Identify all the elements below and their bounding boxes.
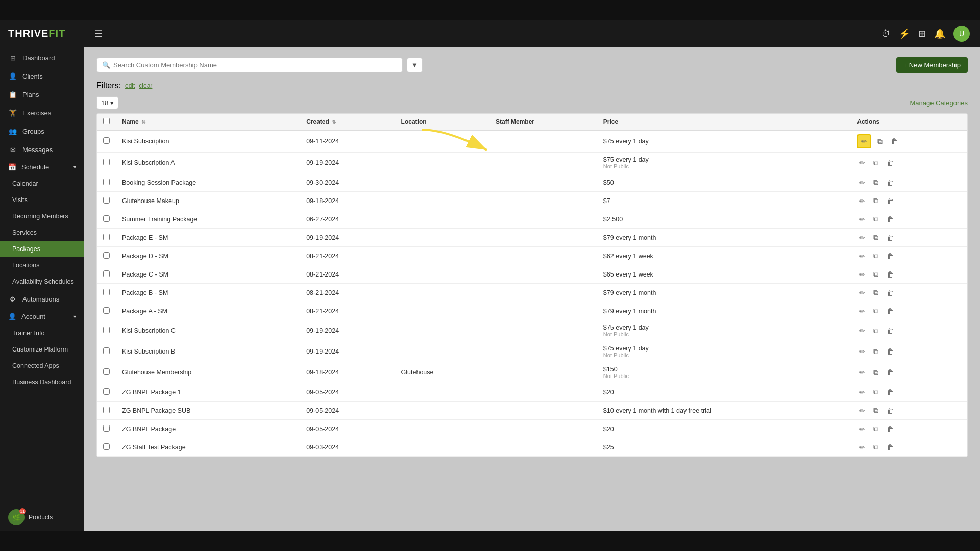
edit-button[interactable]: ✏: [857, 288, 867, 298]
delete-button[interactable]: 🗑: [885, 251, 896, 261]
clear-filter-link[interactable]: clear: [139, 82, 152, 89]
sidebar-item-exercises[interactable]: 🏋 Exercises: [0, 104, 84, 122]
edit-button[interactable]: ✏: [857, 442, 867, 453]
row-checkbox[interactable]: [103, 252, 110, 259]
edit-button[interactable]: ✏: [857, 367, 867, 378]
sidebar-item-messages[interactable]: ✉ Messages: [0, 140, 84, 159]
user-badge[interactable]: 🌿 11 Products: [8, 509, 76, 525]
delete-button[interactable]: 🗑: [885, 442, 896, 453]
delete-button[interactable]: 🗑: [885, 387, 896, 397]
delete-button[interactable]: 🗑: [889, 136, 900, 146]
delete-button[interactable]: 🗑: [885, 424, 896, 434]
delete-button[interactable]: 🗑: [885, 325, 896, 336]
bell-icon[interactable]: 🔔: [934, 28, 945, 39]
sidebar-item-business-dashboard[interactable]: Business Dashboard: [0, 374, 84, 390]
sidebar-item-schedule[interactable]: 📅 Schedule ▾: [0, 159, 84, 176]
edit-button[interactable]: ✏: [857, 387, 867, 397]
delete-button[interactable]: 🗑: [885, 196, 896, 206]
row-checkbox[interactable]: [103, 179, 110, 185]
filter-button[interactable]: ▼: [407, 58, 423, 72]
row-checkbox[interactable]: [103, 159, 110, 165]
sidebar-item-dashboard[interactable]: ⊞ Dashboard: [0, 48, 84, 67]
delete-button[interactable]: 🗑: [885, 288, 896, 298]
row-checkbox[interactable]: [103, 347, 110, 354]
search-input[interactable]: [113, 61, 397, 69]
edit-filter-link[interactable]: edit: [125, 82, 135, 89]
row-checkbox[interactable]: [103, 215, 110, 222]
row-checkbox[interactable]: [103, 368, 110, 375]
edit-button[interactable]: ✏: [857, 178, 867, 188]
delete-button[interactable]: 🗑: [885, 269, 896, 280]
row-checkbox[interactable]: [103, 425, 110, 432]
grid-icon[interactable]: ⊞: [918, 28, 926, 39]
edit-button[interactable]: ✏: [857, 306, 867, 316]
edit-button[interactable]: ✏: [857, 424, 867, 434]
edit-button[interactable]: ✏: [857, 196, 867, 206]
sidebar-item-clients[interactable]: 👤 Clients: [0, 67, 84, 85]
created-sort-icon[interactable]: ⇅: [332, 119, 336, 125]
sidebar-item-packages[interactable]: Packages: [0, 241, 84, 257]
sidebar-item-automations[interactable]: ⚙ Automations: [0, 290, 84, 308]
edit-button[interactable]: ✏: [857, 346, 867, 357]
edit-button[interactable]: ✏: [857, 134, 871, 148]
row-checkbox[interactable]: [103, 270, 110, 277]
row-checkbox[interactable]: [103, 307, 110, 314]
row-checkbox[interactable]: [103, 407, 110, 413]
lightning-icon[interactable]: ⚡: [899, 28, 910, 39]
copy-button[interactable]: ⧉: [871, 325, 880, 336]
delete-button[interactable]: 🗑: [885, 306, 896, 316]
copy-button[interactable]: ⧉: [871, 405, 880, 416]
copy-button[interactable]: ⧉: [871, 387, 880, 397]
delete-button[interactable]: 🗑: [885, 406, 896, 416]
copy-button[interactable]: ⧉: [871, 442, 880, 453]
edit-button[interactable]: ✏: [857, 406, 867, 416]
sidebar-item-customize[interactable]: Customize Platform: [0, 341, 84, 358]
row-count-selector[interactable]: 18 ▾: [96, 96, 118, 109]
delete-button[interactable]: 🗑: [885, 214, 896, 224]
copy-button[interactable]: ⧉: [871, 195, 880, 206]
delete-button[interactable]: 🗑: [885, 233, 896, 243]
copy-button[interactable]: ⧉: [871, 251, 880, 261]
edit-button[interactable]: ✏: [857, 233, 867, 243]
new-membership-button[interactable]: + New Membership: [896, 57, 968, 73]
sidebar-item-recurring-members[interactable]: Recurring Members: [0, 208, 84, 224]
timer-icon[interactable]: ⏱: [881, 29, 891, 39]
hamburger-icon[interactable]: ☰: [94, 28, 103, 39]
row-checkbox[interactable]: [103, 327, 110, 333]
row-checkbox[interactable]: [103, 289, 110, 295]
sidebar-item-visits[interactable]: Visits: [0, 192, 84, 208]
copy-button[interactable]: ⧉: [871, 269, 880, 280]
manage-categories-link[interactable]: Manage Categories: [910, 99, 968, 107]
sidebar-item-trainer-info[interactable]: Trainer Info: [0, 325, 84, 341]
row-checkbox[interactable]: [103, 234, 110, 240]
row-checkbox[interactable]: [103, 443, 110, 450]
sidebar-item-plans[interactable]: 📋 Plans: [0, 85, 84, 104]
delete-button[interactable]: 🗑: [885, 158, 896, 168]
sidebar-item-groups[interactable]: 👥 Groups: [0, 122, 84, 140]
copy-button[interactable]: ⧉: [871, 158, 880, 168]
delete-button[interactable]: 🗑: [885, 346, 896, 357]
edit-button[interactable]: ✏: [857, 158, 867, 168]
edit-button[interactable]: ✏: [857, 269, 867, 280]
copy-button[interactable]: ⧉: [871, 423, 880, 434]
sidebar-item-availability[interactable]: Availability Schedules: [0, 273, 84, 290]
name-sort-icon[interactable]: ⇅: [141, 119, 145, 125]
delete-button[interactable]: 🗑: [885, 367, 896, 378]
copy-button[interactable]: ⧉: [871, 214, 880, 224]
copy-button[interactable]: ⧉: [875, 136, 885, 147]
sidebar-item-connected-apps[interactable]: Connected Apps: [0, 358, 84, 374]
sidebar-item-locations[interactable]: Locations: [0, 257, 84, 273]
copy-button[interactable]: ⧉: [871, 287, 880, 298]
row-checkbox[interactable]: [103, 388, 110, 395]
copy-button[interactable]: ⧉: [871, 306, 880, 316]
sidebar-item-calendar[interactable]: Calendar: [0, 176, 84, 192]
row-checkbox[interactable]: [103, 197, 110, 204]
user-avatar[interactable]: U: [953, 26, 970, 42]
copy-button[interactable]: ⧉: [871, 346, 880, 357]
copy-button[interactable]: ⧉: [871, 177, 880, 188]
delete-button[interactable]: 🗑: [885, 178, 896, 188]
sidebar-item-services[interactable]: Services: [0, 224, 84, 241]
edit-button[interactable]: ✏: [857, 214, 867, 224]
select-all-checkbox[interactable]: [103, 118, 110, 124]
edit-button[interactable]: ✏: [857, 251, 867, 261]
